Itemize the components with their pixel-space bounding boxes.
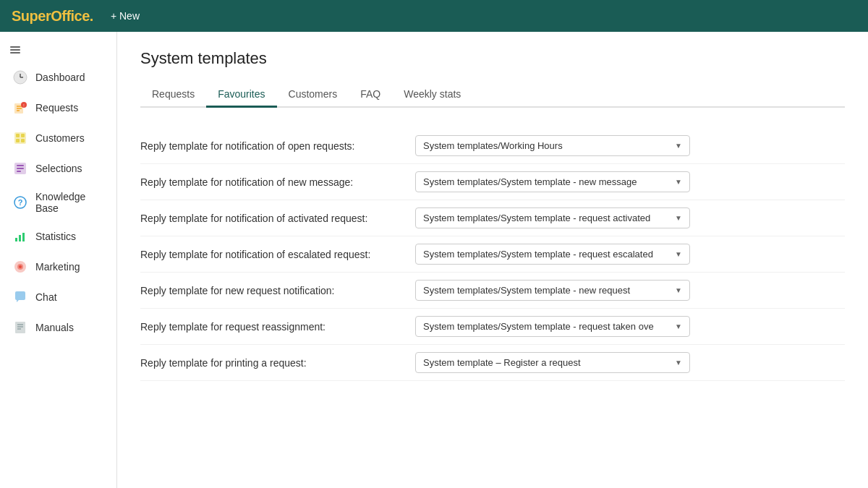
select-value-activated-request: System templates/System template - reque… [423, 213, 650, 223]
select-value-new-request: System templates/System template - new r… [423, 285, 630, 296]
requests-icon: ! [12, 100, 28, 116]
chevron-down-icon: ▼ [675, 359, 682, 367]
sidebar-label-requests: Requests [35, 102, 78, 114]
chat-icon [12, 289, 28, 305]
tab-weekly-stats[interactable]: Weekly stats [392, 82, 472, 108]
sidebar-item-knowledge-base[interactable]: ? Knowledge Base [0, 184, 116, 221]
svg-rect-0 [10, 46, 20, 48]
sidebar-item-statistics[interactable]: Statistics [0, 221, 116, 252]
knowledge-base-icon: ? [12, 194, 28, 210]
form-row-activated-request: Reply template for notification of activ… [140, 200, 845, 236]
sidebar-label-chat: Chat [35, 291, 57, 303]
sidebar-label-statistics: Statistics [35, 231, 76, 242]
chevron-down-icon: ▼ [675, 250, 682, 258]
tab-favourites[interactable]: Favourites [206, 82, 276, 108]
sidebar-label-manuals: Manuals [35, 322, 74, 333]
sidebar-label-selections: Selections [35, 163, 82, 174]
manuals-icon [12, 320, 28, 335]
sidebar-item-manuals[interactable]: Manuals [0, 312, 116, 343]
sidebar-item-marketing[interactable]: Marketing [0, 252, 116, 282]
statistics-icon [12, 228, 28, 244]
tab-customers[interactable]: Customers [277, 82, 349, 108]
chevron-down-icon: ▼ [675, 214, 682, 222]
sidebar-label-marketing: Marketing [35, 261, 80, 273]
tab-requests[interactable]: Requests [140, 82, 206, 108]
sidebar: Dashboard ! Requests [0, 32, 117, 488]
sidebar-collapse-button[interactable] [0, 38, 116, 62]
svg-rect-14 [21, 134, 25, 137]
form-label-escalated-request: Reply template for notification of escal… [140, 249, 415, 260]
logo: SuperOffice. [12, 8, 93, 25]
svg-text:?: ? [18, 198, 23, 207]
form-label-printing: Reply template for printing a request: [140, 357, 415, 369]
svg-rect-25 [22, 233, 25, 241]
form-label-open-requests: Reply template for notification of open … [140, 140, 415, 152]
select-open-requests[interactable]: System templates/Working Hours ▼ [415, 135, 690, 156]
select-reassignment[interactable]: System templates/System template - reque… [415, 316, 690, 337]
sidebar-label-customers: Customers [35, 132, 85, 144]
sidebar-label-knowledge-base: Knowledge Base [35, 191, 106, 214]
main-content: System templates Requests Favourites Cus… [117, 32, 868, 488]
svg-rect-23 [15, 238, 17, 241]
topbar: SuperOffice. + New [0, 0, 868, 32]
form-row-new-request: Reply template for new request notificat… [140, 273, 845, 309]
selections-icon [12, 160, 28, 176]
select-escalated-request[interactable]: System templates/System template - reque… [415, 244, 690, 265]
sidebar-label-dashboard: Dashboard [35, 72, 85, 83]
customers-icon [12, 130, 28, 146]
select-printing[interactable]: System template – Register a request ▼ [415, 352, 690, 373]
form-container: Reply template for notification of open … [140, 128, 845, 381]
chevron-down-icon: ▼ [675, 142, 682, 150]
svg-rect-1 [10, 49, 20, 51]
form-row-open-requests: Reply template for notification of open … [140, 128, 845, 164]
svg-rect-13 [16, 134, 20, 137]
chevron-down-icon: ▼ [675, 178, 682, 186]
svg-rect-2 [10, 52, 20, 53]
new-button[interactable]: + New [111, 10, 140, 22]
form-row-new-message: Reply template for notification of new m… [140, 164, 845, 200]
select-new-message[interactable]: System templates/System template - new m… [415, 171, 690, 192]
sidebar-item-chat[interactable]: Chat [0, 282, 116, 312]
svg-rect-18 [17, 165, 24, 166]
logo-dot: . [90, 8, 93, 24]
main-layout: Dashboard ! Requests [0, 32, 868, 488]
select-value-new-message: System templates/System template - new m… [423, 176, 637, 187]
svg-rect-19 [17, 168, 24, 169]
form-row-reassignment: Reply template for request reassignment:… [140, 309, 845, 345]
page-title: System templates [140, 49, 845, 68]
svg-rect-16 [21, 139, 25, 142]
sidebar-item-selections[interactable]: Selections [0, 153, 116, 184]
logo-text: SuperOffice [12, 8, 90, 24]
svg-rect-15 [16, 139, 20, 142]
form-label-new-request: Reply template for new request notificat… [140, 285, 415, 296]
chevron-down-icon: ▼ [675, 322, 682, 330]
select-value-reassignment: System templates/System template - reque… [423, 321, 654, 332]
sidebar-item-customers[interactable]: Customers [0, 123, 116, 153]
svg-rect-20 [17, 171, 21, 172]
sidebar-item-requests[interactable]: ! Requests [0, 93, 116, 123]
sidebar-item-dashboard[interactable]: Dashboard [0, 62, 116, 93]
form-label-reassignment: Reply template for request reassignment: [140, 321, 415, 333]
chevron-down-icon: ▼ [675, 286, 682, 294]
select-value-escalated-request: System templates/System template - reque… [423, 249, 653, 260]
svg-point-28 [19, 265, 22, 268]
tabs-container: Requests Favourites Customers FAQ Weekly… [140, 82, 845, 108]
marketing-icon [12, 259, 28, 275]
select-value-printing: System template – Register a request [423, 357, 581, 368]
select-new-request[interactable]: System templates/System template - new r… [415, 280, 690, 301]
select-activated-request[interactable]: System templates/System template - reque… [415, 207, 690, 228]
form-row-escalated-request: Reply template for notification of escal… [140, 236, 845, 273]
svg-text:!: ! [23, 103, 24, 108]
select-value-open-requests: System templates/Working Hours [423, 140, 563, 151]
form-row-printing: Reply template for printing a request: S… [140, 345, 845, 381]
form-label-new-message: Reply template for notification of new m… [140, 176, 415, 188]
svg-rect-29 [15, 322, 25, 333]
svg-rect-24 [19, 235, 21, 241]
form-label-activated-request: Reply template for notification of activ… [140, 213, 415, 224]
tab-faq[interactable]: FAQ [349, 82, 392, 108]
dashboard-icon [12, 69, 28, 85]
